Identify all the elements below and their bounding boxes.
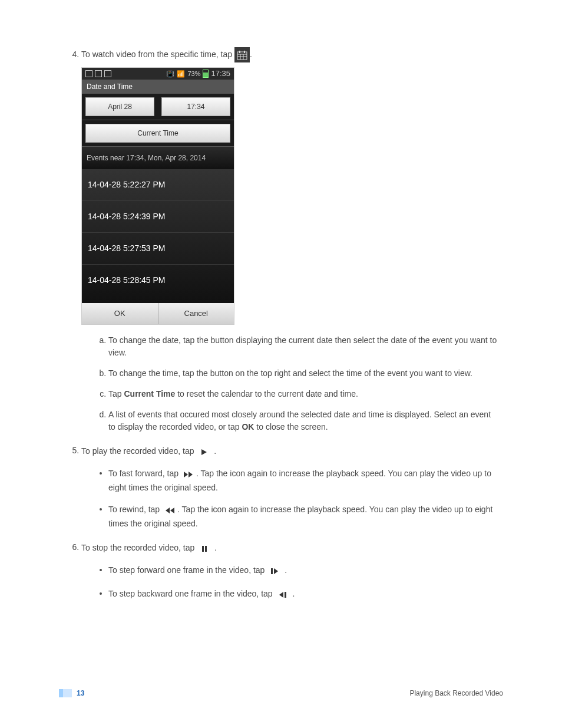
step-4-substeps: To change the date, tap the button displ… — [81, 334, 503, 433]
stepfwd-before: To step forward one frame in the video, … — [108, 565, 267, 574]
svg-marker-11 — [166, 508, 170, 513]
main-steps-list: To watch video from the specific time, t… — [59, 47, 503, 602]
calendar-icon — [234, 47, 250, 62]
ok-button[interactable]: OK — [82, 303, 158, 324]
document-page: To watch video from the specific time, t… — [0, 0, 562, 728]
stepfwd-after: . — [282, 565, 287, 574]
svg-rect-17 — [285, 592, 286, 598]
svg-rect-13 — [205, 546, 207, 552]
svg-rect-6 — [244, 51, 245, 53]
svg-marker-8 — [184, 472, 188, 477]
status-time: 17:35 — [211, 68, 230, 80]
page-number: 13 — [77, 688, 84, 699]
svg-marker-7 — [201, 449, 207, 455]
step-6-after: . — [212, 542, 217, 552]
play-icon — [196, 444, 211, 459]
svg-rect-12 — [202, 546, 204, 552]
bullet-step-forward: To step forward one frame in the video, … — [108, 563, 503, 578]
step-forward-icon — [267, 563, 282, 578]
svg-marker-15 — [274, 568, 278, 574]
step-5-bullets: To fast forward, tap . Tap the icon agai… — [81, 466, 503, 530]
step-6-bullets: To step forward one frame in the video, … — [81, 563, 503, 602]
step-4: To watch video from the specific time, t… — [81, 47, 503, 433]
substep-d-bold: OK — [242, 422, 254, 431]
stepbwd-after: . — [290, 588, 295, 598]
wifi-icon: 📶 — [177, 69, 185, 79]
cancel-button[interactable]: Cancel — [158, 303, 234, 324]
datetime-dialog-screenshot: 📳 📶 73% 17:35 Date and Time April 28 17:… — [81, 67, 234, 325]
step-5-after: . — [211, 446, 216, 455]
svg-marker-9 — [189, 472, 193, 477]
time-button[interactable]: 17:34 — [161, 97, 230, 116]
step-4-text-before: To watch video from the specific time, t… — [81, 50, 234, 59]
pause-icon — [197, 541, 212, 556]
step-5-before: To play the recorded video, tap — [81, 446, 196, 455]
step-6-before: To stop the recorded video, tap — [81, 542, 197, 552]
substep-d-after: to close the screen. — [254, 422, 328, 431]
rewind-icon — [162, 502, 177, 518]
bullet-rewind: To rewind, tap . Tap the icon again to i… — [108, 502, 503, 530]
date-button[interactable]: April 28 — [85, 97, 154, 116]
current-time-row: Current Time — [82, 124, 234, 147]
substep-c-before: Tap — [108, 389, 124, 398]
substep-c: Tap Current Time to reset the calendar t… — [108, 388, 503, 400]
substep-c-bold: Current Time — [124, 389, 175, 398]
sd-icon — [104, 70, 111, 77]
bullet-fast-forward: To fast forward, tap . Tap the icon agai… — [108, 466, 503, 494]
bullet-step-backward: To step backward one frame in the video,… — [108, 587, 503, 602]
current-time-button[interactable]: Current Time — [85, 124, 230, 143]
status-bar: 📳 📶 73% 17:35 — [82, 68, 234, 80]
battery-percent: 73% — [187, 69, 200, 79]
fast-forward-icon — [181, 466, 196, 482]
list-item[interactable]: 14-04-28 5:28:45 PM — [82, 265, 234, 303]
svg-marker-16 — [279, 592, 283, 598]
image-icon — [85, 70, 92, 77]
dialog-buttons: OK Cancel — [82, 303, 234, 324]
refresh-icon — [95, 70, 102, 77]
step-6: To stop the recorded video, tap . To ste… — [81, 541, 503, 602]
page-footer: 13 Playing Back Recorded Video — [59, 688, 503, 699]
battery-icon — [203, 70, 209, 78]
step-5: To play the recorded video, tap . To fas… — [81, 444, 503, 530]
list-item[interactable]: 14-04-28 5:22:27 PM — [82, 169, 234, 201]
svg-rect-5 — [239, 51, 240, 53]
status-right: 📳 📶 73% 17:35 — [166, 68, 230, 80]
list-item[interactable]: 14-04-28 5:24:39 PM — [82, 201, 234, 233]
date-time-row: April 28 17:34 — [82, 94, 234, 120]
substep-b: To change the time, tap the button on th… — [108, 367, 503, 380]
step-backward-icon — [275, 587, 290, 602]
svg-marker-10 — [170, 508, 174, 513]
stepbwd-before: To step backward one frame in the video,… — [108, 588, 275, 598]
svg-rect-14 — [271, 568, 273, 574]
substep-c-after: to reset the calendar to the current dat… — [175, 389, 358, 398]
substep-d: A list of events that occured most close… — [108, 409, 503, 433]
svg-rect-0 — [237, 52, 247, 60]
vibrate-icon: 📳 — [166, 69, 174, 79]
events-header: Events near 17:34, Mon, Apr 28, 2014 — [82, 147, 234, 169]
rw-before: To rewind, tap — [108, 504, 162, 513]
section-title: Playing Back Recorded Video — [409, 688, 503, 699]
step-4-text-after: . — [250, 50, 252, 59]
substep-a: To change the date, tap the button displ… — [108, 334, 503, 359]
status-left-icons — [85, 70, 111, 77]
dialog-title: Date and Time — [82, 80, 234, 94]
footer-mark-icon — [59, 689, 72, 697]
events-list: 14-04-28 5:22:27 PM 14-04-28 5:24:39 PM … — [82, 169, 234, 303]
list-item[interactable]: 14-04-28 5:27:53 PM — [82, 233, 234, 265]
page-number-block: 13 — [59, 688, 84, 699]
ff-before: To fast forward, tap — [108, 468, 181, 477]
